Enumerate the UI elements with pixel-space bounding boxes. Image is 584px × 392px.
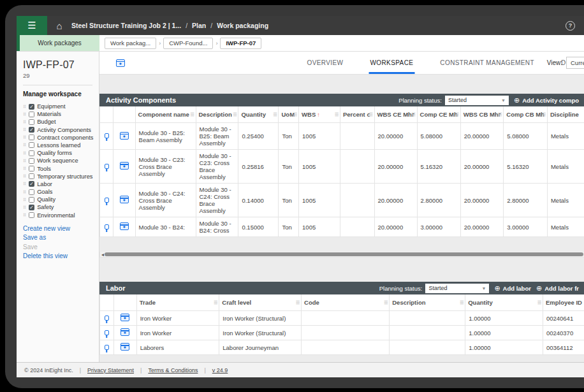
sidebar-item-labor[interactable]: ⠿Labor	[23, 181, 99, 187]
filter-icon[interactable]: ☰	[293, 112, 297, 117]
sidebar-item-lessons-learned[interactable]: ⠿Lessons learned	[23, 142, 99, 149]
crumb-chip-iwp[interactable]: IWP-FP-07	[220, 38, 261, 49]
breadcrumb-plan[interactable]: Plan	[192, 22, 206, 29]
checkbox[interactable]	[29, 150, 34, 156]
view-dropdown[interactable]: Curren	[566, 57, 584, 69]
drag-handle-icon[interactable]: ⠿	[23, 205, 26, 210]
drag-handle-icon[interactable]: ⠿	[23, 159, 26, 163]
calendar-add-icon[interactable]	[120, 132, 129, 140]
checkbox[interactable]	[29, 119, 34, 125]
filter-icon[interactable]: ☰	[214, 300, 217, 305]
checkbox[interactable]	[29, 173, 34, 179]
help-button[interactable]: ?	[566, 21, 575, 31]
filter-icon[interactable]: ☰	[384, 300, 388, 305]
sidebar-item-budget[interactable]: ⠿Budget	[23, 119, 99, 125]
calendar-icon[interactable]	[116, 59, 125, 67]
checkbox[interactable]	[29, 158, 34, 164]
labor-row[interactable]: Iron Worker Iron Worker (Structural) 1.0…	[100, 311, 584, 326]
col-trade[interactable]: Trade☰	[136, 294, 219, 311]
filter-icon[interactable]: ☰	[190, 112, 194, 117]
tab-constraint-management[interactable]: CONSTRAINT MANAGEMENT	[439, 52, 536, 74]
horizontal-scrollbar[interactable]: ◂	[99, 252, 584, 258]
checkbox[interactable]	[29, 112, 34, 117]
col-quantity[interactable]: Quantity☰	[465, 294, 543, 311]
drag-handle-icon[interactable]: ⠿	[23, 174, 26, 178]
pin-icon[interactable]	[105, 198, 109, 203]
planning-status-dropdown[interactable]: Started ▼	[425, 284, 489, 293]
sidebar-item-contract-components[interactable]: ⠿Contract components	[23, 134, 99, 141]
tab-workspace[interactable]: WORKSPACE	[369, 52, 414, 74]
col-craft-level[interactable]: Craft level☰	[219, 294, 302, 311]
crumb-chip-work-packages[interactable]: Work packag...	[105, 38, 156, 49]
sidebar-item-work-sequence[interactable]: ⠿Work sequence	[23, 157, 99, 164]
sidebar-item-environmental[interactable]: ⠿Environmental	[23, 212, 99, 219]
calendar-add-icon[interactable]	[120, 343, 129, 351]
filter-icon[interactable]: ☰	[411, 112, 415, 117]
col-uom[interactable]: UoM☰	[279, 106, 299, 123]
calendar-add-icon[interactable]	[120, 222, 129, 230]
hamburger-menu-button[interactable]: ☰	[17, 16, 47, 35]
tab-overview[interactable]: OVERVIEW	[306, 52, 345, 74]
col-wbs[interactable]: WBS↑☰	[299, 106, 340, 123]
checkbox[interactable]	[29, 197, 34, 203]
filter-icon[interactable]: ☰	[537, 300, 541, 305]
drag-handle-icon[interactable]: ⠿	[23, 190, 26, 194]
scrollbar-thumb[interactable]	[105, 252, 583, 256]
checkbox[interactable]	[29, 212, 34, 218]
sidebar-item-temporary-structures[interactable]: ⠿Temporary structures	[23, 173, 99, 180]
drag-handle-icon[interactable]: ⠿	[23, 127, 26, 132]
sidebar-item-equipment[interactable]: ⠿Equipment	[23, 103, 99, 110]
labor-row[interactable]: Laborers Laborer Journeyman 1.00000 0036…	[100, 340, 584, 355]
drag-handle-icon[interactable]: ⠿	[23, 166, 26, 171]
labor-row[interactable]: Iron Worker Iron Worker (Structural) 1.0…	[100, 326, 584, 340]
privacy-statement-link[interactable]: Privacy Statement	[87, 367, 134, 374]
planning-status-dropdown[interactable]: Started ▼	[445, 96, 509, 105]
drag-handle-icon[interactable]: ⠿	[23, 198, 26, 202]
drag-handle-icon[interactable]: ⠿	[23, 112, 26, 117]
checkbox[interactable]	[29, 181, 34, 187]
pin-icon[interactable]	[105, 316, 109, 321]
filter-icon[interactable]: ☰	[542, 112, 546, 117]
save-as-link[interactable]: Save as	[23, 234, 99, 241]
filter-icon[interactable]: ☰	[233, 112, 237, 117]
activity-row[interactable]: Module 30 - C23: Cross Brace Assembly Mo…	[100, 150, 584, 184]
add-labor-from-button[interactable]: ⊕ Add labor fr	[536, 284, 579, 293]
drag-handle-icon[interactable]: ⠿	[23, 182, 26, 186]
checkbox[interactable]	[29, 134, 34, 140]
work-packages-tab[interactable]: Work packages	[20, 35, 99, 51]
checkbox[interactable]	[29, 189, 34, 195]
pin-icon[interactable]	[105, 133, 109, 138]
calendar-add-icon[interactable]	[120, 328, 129, 336]
col-quantity[interactable]: Quantity☰	[238, 106, 279, 123]
checkbox[interactable]	[29, 104, 34, 110]
col-comp-cb-mhr[interactable]: Comp CB Mh☰	[504, 106, 548, 123]
pin-icon[interactable]	[105, 224, 109, 229]
col-wbs-cb-mhr[interactable]: WBS CB Mhr☰	[460, 106, 504, 123]
scroll-left-icon[interactable]: ◂	[101, 252, 104, 258]
sidebar-item-tools[interactable]: ⠿Tools	[23, 166, 99, 172]
sidebar-item-goals[interactable]: ⠿Goals	[23, 189, 99, 195]
pin-icon[interactable]	[105, 164, 109, 169]
add-labor-button[interactable]: ⊕ Add labor	[494, 284, 531, 293]
sidebar-item-materials[interactable]: ⠿Materials	[23, 111, 99, 117]
calendar-add-icon[interactable]	[120, 162, 129, 170]
terms-conditions-link[interactable]: Terms & Conditions	[148, 367, 198, 374]
sidebar-item-activity-components[interactable]: ⠿Activity Components	[23, 127, 99, 133]
delete-this-view-link[interactable]: Delete this view	[23, 252, 99, 259]
col-description[interactable]: Description☰	[196, 106, 238, 123]
sidebar-item-quality-forms[interactable]: ⠿Quality forms	[23, 150, 99, 156]
col-employee-id[interactable]: Employee ID	[543, 294, 584, 311]
filter-icon[interactable]: ☰	[335, 112, 339, 117]
home-button[interactable]: ⌂	[47, 16, 71, 35]
col-comp-ce-mhr[interactable]: Comp CE Mh☰	[417, 106, 460, 123]
drag-handle-icon[interactable]: ⠿	[23, 120, 26, 124]
checkbox[interactable]	[29, 127, 34, 133]
pin-icon[interactable]	[105, 345, 109, 350]
drag-handle-icon[interactable]: ⠿	[23, 135, 26, 140]
filter-icon[interactable]: ☰	[455, 112, 458, 117]
add-activity-component-button[interactable]: ⊕ Add Activity compo	[514, 96, 579, 105]
filter-icon[interactable]: ☰	[273, 112, 277, 117]
col-code[interactable]: Code☰	[302, 294, 390, 311]
col-description[interactable]: Description☰	[390, 294, 465, 311]
filter-icon[interactable]: ☰	[460, 300, 464, 305]
